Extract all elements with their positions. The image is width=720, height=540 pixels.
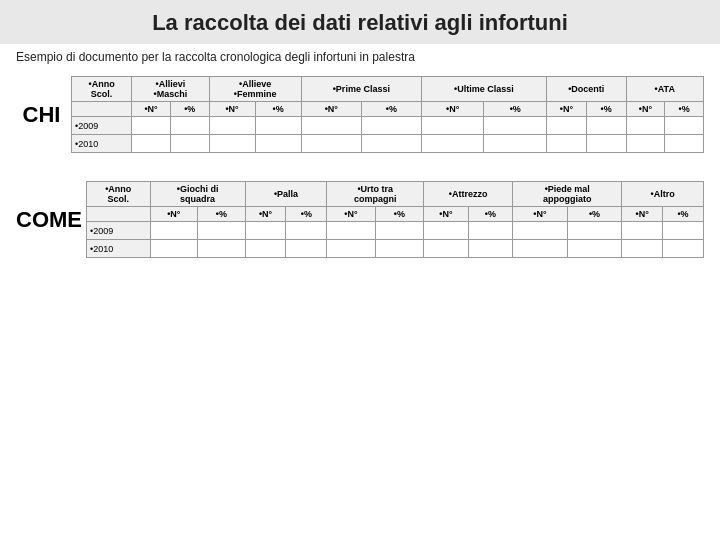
come-th-altro: •Altro <box>622 182 704 207</box>
chi-table-wrap: •AnnoScol. •Allievi•Maschi •Allieve•Femm… <box>71 76 704 153</box>
come-cell <box>513 240 568 258</box>
chi-cell <box>484 135 547 153</box>
chi-table: •AnnoScol. •Allievi•Maschi •Allieve•Femm… <box>71 76 704 153</box>
come-sub-p2: •% <box>286 207 327 222</box>
come-year-2009: •2009 <box>87 222 151 240</box>
come-cell <box>622 240 663 258</box>
come-cell <box>375 240 423 258</box>
chi-cell <box>132 135 171 153</box>
chi-th-prime: •Prime Classi <box>301 77 421 102</box>
chi-th-ata: •ATA <box>626 77 703 102</box>
chi-cell <box>626 117 665 135</box>
come-section: COME •AnnoScol. •Giochi disquadra •Palla… <box>16 181 704 258</box>
chi-sub-n3: •N° <box>301 102 361 117</box>
come-cell <box>424 222 469 240</box>
chi-year-2010: •2010 <box>72 135 132 153</box>
come-cell <box>375 222 423 240</box>
chi-cell <box>170 117 209 135</box>
chi-cell <box>255 117 301 135</box>
come-cell <box>567 222 622 240</box>
chi-cell <box>626 135 665 153</box>
come-th-attrezzo: •Attrezzo <box>424 182 513 207</box>
come-th-giochi: •Giochi disquadra <box>150 182 245 207</box>
chi-th-anno: •AnnoScol. <box>72 77 132 102</box>
chi-year-2009: •2009 <box>72 117 132 135</box>
chi-cell <box>665 135 704 153</box>
come-table-wrap: •AnnoScol. •Giochi disquadra •Palla •Urt… <box>86 181 704 258</box>
come-cell <box>663 240 704 258</box>
table-row: •2009 <box>87 222 704 240</box>
come-cell <box>286 222 327 240</box>
come-sub-n4: •N° <box>424 207 469 222</box>
chi-th-ultime: •Ultime Classi <box>421 77 546 102</box>
come-cell <box>622 222 663 240</box>
come-header-row2: •N° •% •N° •% •N° •% •N° •% •N° •% •N° •… <box>87 207 704 222</box>
chi-th-femmine: •Allieve•Femmine <box>209 77 301 102</box>
chi-sub-n6: •N° <box>626 102 665 117</box>
subtitle: Esempio di documento per la raccolta cro… <box>0 44 720 68</box>
chi-cell <box>665 117 704 135</box>
come-sub-n3: •N° <box>327 207 375 222</box>
page-title: La raccolta dei dati relativi agli infor… <box>0 0 720 44</box>
chi-sub-n5: •N° <box>546 102 586 117</box>
chi-cell <box>586 117 626 135</box>
chi-cell <box>484 117 547 135</box>
come-th-anno: •AnnoScol. <box>87 182 151 207</box>
chi-cell <box>132 117 171 135</box>
come-cell <box>150 240 198 258</box>
come-cell <box>150 222 198 240</box>
come-cell <box>567 240 622 258</box>
chi-sub-p4: •% <box>484 102 547 117</box>
chi-cell <box>361 135 421 153</box>
chi-cell <box>209 117 255 135</box>
come-sub-p6: •% <box>663 207 704 222</box>
chi-header-row1: •AnnoScol. •Allievi•Maschi •Allieve•Femm… <box>72 77 704 102</box>
chi-sub-n1: •N° <box>132 102 171 117</box>
chi-sub-p2: •% <box>255 102 301 117</box>
table-row: •2009 <box>72 117 704 135</box>
come-cell <box>663 222 704 240</box>
come-sub-n2: •N° <box>245 207 286 222</box>
come-cell <box>245 240 286 258</box>
come-cell <box>327 222 375 240</box>
chi-sub-p6: •% <box>665 102 704 117</box>
come-cell <box>468 222 513 240</box>
chi-cell <box>301 117 361 135</box>
come-cell <box>327 240 375 258</box>
come-cell <box>198 222 246 240</box>
chi-cell <box>301 135 361 153</box>
chi-header-row2: •N° •% •N° •% •N° •% •N° •% •N° •% •N° •… <box>72 102 704 117</box>
chi-sub-empty <box>72 102 132 117</box>
chi-label: CHI <box>16 76 71 153</box>
chi-cell <box>255 135 301 153</box>
come-sub-p5: •% <box>567 207 622 222</box>
chi-cell <box>546 135 586 153</box>
chi-section: CHI •AnnoScol. •Allievi•Maschi •Allieve•… <box>16 76 704 153</box>
chi-sub-n2: •N° <box>209 102 255 117</box>
come-cell <box>513 222 568 240</box>
come-cell <box>198 240 246 258</box>
come-header-row1: •AnnoScol. •Giochi disquadra •Palla •Urt… <box>87 182 704 207</box>
come-th-piede: •Piede malappoggiato <box>513 182 622 207</box>
come-sub-p3: •% <box>375 207 423 222</box>
come-sub-empty <box>87 207 151 222</box>
come-sub-p4: •% <box>468 207 513 222</box>
chi-cell <box>209 135 255 153</box>
table-row: •2010 <box>87 240 704 258</box>
come-cell <box>286 240 327 258</box>
come-cell <box>424 240 469 258</box>
table-row: •2010 <box>72 135 704 153</box>
chi-cell <box>421 135 484 153</box>
chi-sub-p1: •% <box>170 102 209 117</box>
come-cell <box>468 240 513 258</box>
chi-cell <box>170 135 209 153</box>
chi-th-docenti: •Docenti <box>546 77 626 102</box>
chi-cell <box>546 117 586 135</box>
chi-sub-n4: •N° <box>421 102 484 117</box>
come-sub-n6: •N° <box>622 207 663 222</box>
come-table: •AnnoScol. •Giochi disquadra •Palla •Urt… <box>86 181 704 258</box>
chi-cell <box>361 117 421 135</box>
chi-sub-p5: •% <box>586 102 626 117</box>
come-sub-n5: •N° <box>513 207 568 222</box>
chi-sub-p3: •% <box>361 102 421 117</box>
